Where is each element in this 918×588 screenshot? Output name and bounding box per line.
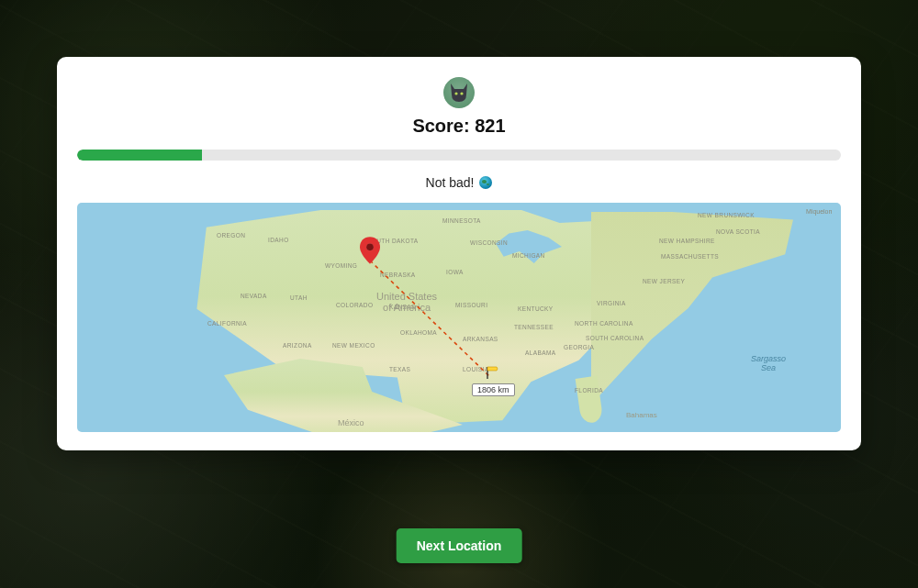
map-state-label: UTAH — [290, 294, 308, 301]
avatar — [443, 77, 475, 108]
score-progress-fill — [77, 150, 202, 161]
map-state-label: OREGON — [217, 232, 245, 239]
map-state-label: IDAHO — [268, 237, 289, 243]
map-state-label: MINNESOTA — [442, 217, 481, 224]
map-state-label: NOVA SCOTIA — [716, 228, 760, 235]
svg-point-4 — [366, 243, 374, 250]
feedback-text: Not bad! — [77, 175, 841, 190]
map-state-label: IOWA — [446, 269, 464, 275]
result-map[interactable]: OREGONIDAHONEVADAUTAHCALIFORNIAARIZONANE… — [77, 203, 841, 432]
map-state-label: NORTH CAROLINA — [575, 320, 633, 327]
map-state-label: OKLAHOMA — [400, 329, 437, 336]
map-state-label: NEBRASKA — [380, 272, 416, 278]
map-state-label: GEORGIA — [564, 344, 594, 350]
score-progress — [77, 150, 841, 161]
map-state-label: FLORIDA — [575, 387, 603, 394]
avatar-cat-icon — [446, 80, 472, 105]
score-prefix: Score: — [412, 116, 475, 136]
map-state-label: WYOMING — [325, 262, 357, 269]
map-state-label: TEXAS — [389, 366, 410, 372]
distance-label: 1806 km — [472, 383, 515, 396]
map-label-mexico: México — [338, 419, 364, 428]
map-state-label: SOUTH CAROLINA — [586, 335, 644, 341]
map-state-label: MASSACHUSETTS — [661, 253, 719, 260]
map-state-label: CALIFORNIA — [207, 320, 247, 327]
map-state-label: NEW HAMPSHIRE — [659, 238, 715, 244]
map-state-label: MISSOURI — [455, 302, 487, 308]
map-state-label: NEVADA — [241, 293, 267, 299]
map-label-bahamas: Bahamas — [626, 412, 657, 420]
result-card: Score: 821 Not bad! OREGONIDAHONEVADAUTA… — [57, 57, 861, 450]
map-label-sargasso: SargassoSea — [751, 355, 786, 373]
map-state-label: ARIZONA — [283, 342, 312, 349]
map-state-label: KENTUCKY — [518, 305, 554, 312]
map-state-label: TENNESSEE — [514, 324, 554, 330]
map-state-label: ARKANSAS — [463, 336, 498, 342]
map-label-miquelon: Miquelon — [806, 208, 832, 216]
guess-pin-icon — [360, 237, 380, 264]
svg-point-1 — [460, 92, 463, 94]
map-label-usa: United Statesof America — [376, 291, 437, 313]
map-state-label: NEW JERSEY — [643, 278, 685, 284]
map-state-label: ALABAMA — [525, 349, 556, 356]
feedback-message: Not bad! — [426, 175, 475, 190]
map-state-label: VIRGINIA — [597, 300, 626, 306]
map-state-label: NEW MEXICO — [332, 342, 375, 349]
globe-icon — [479, 176, 492, 189]
map-state-label: WISCONSIN — [470, 239, 508, 246]
score-text: Score: 821 — [77, 116, 841, 137]
svg-point-0 — [454, 92, 457, 94]
map-state-label: MICHIGAN — [512, 252, 545, 259]
score-value: 821 — [475, 116, 505, 136]
next-location-button[interactable]: Next Location — [397, 528, 522, 563]
map-state-label: NEW BRUNSWICK — [698, 212, 755, 218]
actual-location-flag-icon — [485, 365, 499, 380]
map-state-label: COLORADO — [336, 302, 373, 308]
